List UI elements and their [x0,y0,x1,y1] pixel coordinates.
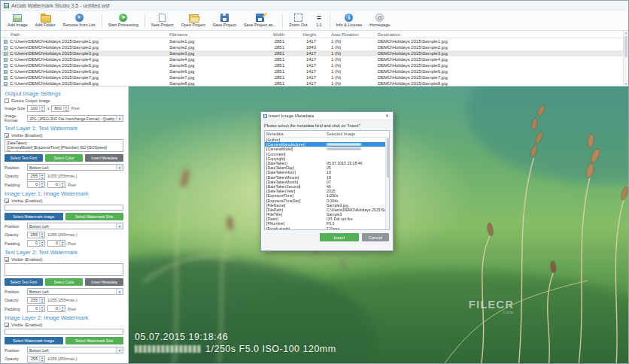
watermark-text-input[interactable]: [DateTaken] [CameraModel] [ExposureTime]… [5,139,123,152]
visible-checkbox[interactable] [5,257,9,262]
scrollbar-thumb[interactable] [624,36,627,57]
opacity-spinner[interactable]: 255 [27,297,45,304]
column-header-filename[interactable]: Filename [169,32,256,37]
column-header-height[interactable]: Height [290,32,324,37]
watermark-text-input[interactable] [5,263,123,276]
spinner-arrows[interactable] [39,241,44,246]
position-select[interactable]: Bottom Left [27,223,123,229]
file-row[interactable]: C:\Users\DEMO\Holidays 2015\Sample8.jpgS… [1,80,628,86]
metadata-row[interactable]: [FileName]Sample3.jpg [265,203,389,208]
padding-x-spinner[interactable]: 0 [27,305,45,312]
select-watermark-image-button[interactable]: Select Watermark Image [5,213,63,220]
column-header-destination[interactable]: Destination [378,32,628,37]
column-header-width[interactable]: Width [256,32,290,37]
metadata-row[interactable]: [FocalLength]120mm [265,226,389,230]
close-icon[interactable] [384,113,390,120]
select-watermark-image-button[interactable]: Select Watermark Image [5,337,63,344]
file-row[interactable]: C:\Users\DEMO\Holidays 2015\Sample2.jpgS… [1,44,628,50]
metadata-row[interactable]: [DateTakenMonth]07 [265,180,389,184]
spinner-arrows[interactable] [39,174,44,179]
select-color-button[interactable]: Select Color [45,154,84,162]
spinner-arrows[interactable] [59,306,65,311]
opacity-spinner[interactable]: 255 [27,356,45,362]
visible-checkbox[interactable] [5,133,9,138]
toolbar-button-remove-from-list[interactable]: Remove from List [59,11,99,30]
metadata-row[interactable]: [ExposureTime]1/250s [265,193,389,198]
toolbar-button-start-processing[interactable]: Start Processing [105,11,142,30]
insert-button[interactable]: Insert [320,233,359,241]
metadata-field: [FNumber] [265,221,325,226]
metadata-row[interactable]: [DateTakenDay]05 [265,165,389,170]
toolbar-button-save-project[interactable]: Save Project [209,11,240,30]
dialog-scrollbar[interactable] [385,138,389,229]
spinner-arrows[interactable] [39,306,44,311]
select-text-font-button[interactable]: Select Text Font [5,278,43,286]
file-row[interactable]: C:\Users\DEMO\Holidays 2015\Sample3.jpgS… [1,50,628,56]
opacity-spinner[interactable]: 255 [27,173,45,180]
spinner-arrows[interactable] [59,182,65,187]
spinner-arrows[interactable] [63,106,68,111]
visible-checkbox[interactable] [5,199,9,203]
toolbar-button-save-project-as[interactable]: Save Project as... [240,11,280,30]
toolbar-button-add-folder[interactable]: Add Folder [32,11,59,30]
destination-cell: DEMO\Holidays 2015\Sample7.jpg [378,75,628,80]
position-select[interactable]: Bottom Left [27,164,123,171]
toolbar-button-new-project[interactable]: New Project [147,11,178,30]
toolbar-button-homepage[interactable]: Homepage [366,11,394,30]
select-text-font-button[interactable]: Select Text Font [5,154,43,162]
file-row[interactable]: C:\Users\DEMO\Holidays 2015\Sample1.jpgS… [1,38,628,44]
spinner-arrows[interactable] [59,241,65,246]
metadata-row[interactable]: [DateTakenMinute]18 [265,175,389,180]
toolbar-button-zoom-out[interactable]: Zoom Out [285,11,311,30]
select-watermark-size-button[interactable]: Select Watermark Size [65,337,124,344]
column-header-selected-image[interactable]: Selected Image [325,132,389,136]
file-row[interactable]: C:\Users\DEMO\Holidays 2015\Sample5.jpgS… [1,62,628,68]
toolbar-button-open-project[interactable]: Open Project [178,11,209,30]
spinner-arrows[interactable] [39,298,44,303]
metadata-row[interactable]: [DateTaken]05.07.2015 19:18:46 [265,161,389,165]
metadata-row[interactable]: [FilePath]C:\Users\DEMO\Holidays 2015\Sa… [265,208,389,212]
visible-checkbox[interactable] [5,323,9,327]
metadata-row[interactable]: [DateTakenHour]19 [265,170,389,174]
padding-y-spinner[interactable]: 0 [47,240,65,247]
insert-metadata-button[interactable]: Insert Metadata [85,154,123,162]
padding-y-spinner[interactable]: 0 [47,181,65,188]
position-select[interactable]: Bottom Left [27,288,123,295]
toolbar-button-one-to-one[interactable]: 1:1 [311,11,327,30]
spinner-arrows[interactable] [39,356,44,362]
file-row[interactable]: C:\Users\DEMO\Holidays 2015\Sample4.jpgS… [1,56,628,62]
cancel-button[interactable]: Cancel [362,233,389,241]
watermark-image-input[interactable] [5,329,123,335]
image-width-spinner[interactable]: 100 [27,105,45,112]
toolbar-button-add-image[interactable]: Add Image [4,11,32,30]
toolbar-button-info-license[interactable]: Info & License [333,11,366,30]
metadata-row[interactable]: [DateTakenSecond]46 [265,184,389,189]
watermark-image-input[interactable] [5,205,123,211]
spinner-arrows[interactable] [39,182,44,187]
image-format-select[interactable]: JPG (JPEG/JFIF File Interchange Format) … [27,115,123,122]
spinner-arrows[interactable] [39,106,44,111]
image-height-spinner[interactable]: 800 [51,105,69,112]
file-list-scrollbar[interactable] [623,31,628,86]
padding-y-spinner[interactable]: 0 [47,305,65,312]
column-header-metadata[interactable]: Metadata [265,132,325,136]
scrollbar-thumb[interactable] [387,138,389,177]
metadata-row[interactable]: [FileTitle]Sample3 [265,212,389,217]
metadata-row[interactable]: [Flash]Off, Did not fire [265,217,389,221]
column-header-auto-rotation[interactable]: Auto-Rotation [324,32,378,37]
insert-metadata-button[interactable]: Insert Metadata [85,278,123,286]
padding-x-spinner[interactable]: 0 [27,181,45,188]
select-watermark-size-button[interactable]: Select Watermark Size [65,213,124,220]
metadata-row[interactable]: [DateTakenYear]2015 [265,189,389,193]
file-row[interactable]: C:\Users\DEMO\Holidays 2015\Sample6.jpgS… [1,68,628,74]
metadata-row[interactable]: [ExposureTimeDec]0.004s [265,198,389,202]
position-select[interactable]: Bottom Left [27,347,123,353]
select-color-button[interactable]: Select Color [45,278,84,286]
padding-x-spinner[interactable]: 0 [27,240,45,247]
resize-output-checkbox[interactable] [5,99,9,103]
column-header-path[interactable]: Path [4,32,169,37]
file-row[interactable]: C:\Users\DEMO\Holidays 2015\Sample7.jpgS… [1,74,628,80]
opacity-spinner[interactable]: 255 [27,232,45,238]
spinner-arrows[interactable] [39,232,44,238]
metadata-row[interactable]: [FNumber]F5.0 [265,221,389,226]
